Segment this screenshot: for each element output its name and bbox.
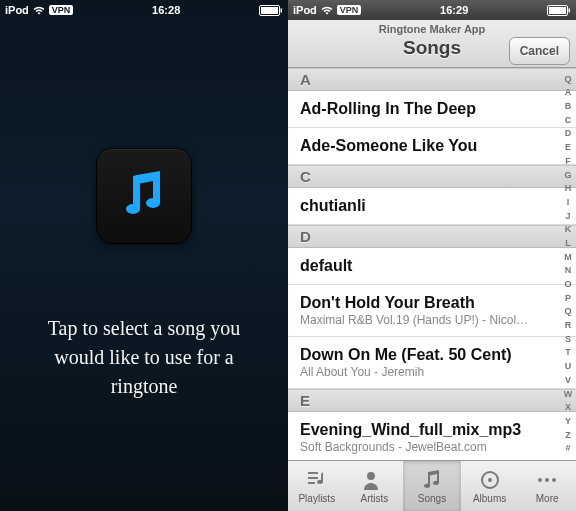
song-title: Ad-Rolling In The Deep [300, 100, 552, 118]
svg-rect-5 [569, 8, 571, 12]
index-letter[interactable]: D [565, 129, 572, 138]
artists-icon [361, 469, 387, 491]
index-letter[interactable]: Q [564, 307, 571, 316]
wifi-icon [33, 6, 45, 15]
title-bar: Ringtone Maker App Songs Cancel [288, 20, 576, 68]
songs-icon [419, 469, 445, 491]
svg-rect-2 [281, 8, 283, 12]
instruction-text: Tap to select a song you would like to u… [0, 314, 288, 401]
song-subtitle: All About You - Jeremih [300, 365, 552, 379]
svg-point-9 [538, 478, 542, 482]
battery-icon [259, 5, 283, 16]
song-title: Don't Hold Your Breath [300, 294, 552, 312]
section-header: E [288, 389, 576, 412]
index-letter[interactable]: P [565, 294, 571, 303]
index-letter[interactable]: G [564, 171, 571, 180]
tab-more[interactable]: More [518, 461, 576, 511]
index-letter[interactable]: X [565, 403, 571, 412]
tab-label: Playlists [298, 493, 335, 504]
status-bar: iPod VPN 16:29 [288, 0, 576, 20]
index-letter[interactable]: R [565, 321, 572, 330]
svg-rect-1 [261, 7, 278, 14]
song-title: default [300, 257, 552, 275]
song-row[interactable]: Ad-Rolling In The Deep [288, 91, 576, 128]
index-letter[interactable]: # [565, 444, 570, 453]
song-subtitle: Soft Backgrounds - JewelBeat.com [300, 440, 552, 454]
index-letter[interactable]: U [565, 362, 572, 371]
index-letter[interactable]: Z [565, 431, 571, 440]
status-bar: iPod VPN 16:28 [0, 0, 288, 20]
svg-point-11 [552, 478, 556, 482]
index-letter[interactable]: I [567, 198, 570, 207]
svg-point-10 [545, 478, 549, 482]
index-letter[interactable]: N [565, 266, 572, 275]
alpha-index[interactable]: QABCDEFGHIJKLMNOPQRSTUVWXYZ# [561, 68, 575, 460]
song-row[interactable]: Evening_Wind_full_mix_mp3Soft Background… [288, 412, 576, 460]
index-letter[interactable]: T [565, 348, 571, 357]
tab-label: Albums [473, 493, 506, 504]
svg-point-6 [367, 472, 375, 480]
song-row[interactable]: chutianli [288, 188, 576, 225]
index-letter[interactable]: H [565, 184, 572, 193]
carrier-label: iPod [5, 4, 29, 16]
intro-screen: iPod VPN 16:28 Tap to select a song you … [0, 0, 288, 511]
music-note-icon [122, 169, 166, 223]
tab-songs[interactable]: Songs [403, 461, 461, 511]
index-letter[interactable]: E [565, 143, 571, 152]
albums-icon [477, 469, 503, 491]
song-row[interactable]: Ade-Someone Like You [288, 128, 576, 165]
section-header: D [288, 225, 576, 248]
cancel-button[interactable]: Cancel [509, 37, 570, 65]
index-letter[interactable]: F [565, 157, 571, 166]
tab-label: Artists [361, 493, 389, 504]
tab-label: More [536, 493, 559, 504]
section-header: C [288, 165, 576, 188]
carrier-label: iPod [293, 4, 317, 16]
battery-icon [547, 5, 571, 16]
song-row[interactable]: default [288, 248, 576, 285]
song-row[interactable]: Down On Me (Feat. 50 Cent)All About You … [288, 337, 576, 389]
section-header: A [288, 68, 576, 91]
index-letter[interactable]: C [565, 116, 572, 125]
index-letter[interactable]: S [565, 335, 571, 344]
index-letter[interactable]: W [564, 390, 573, 399]
vpn-badge: VPN [337, 5, 362, 15]
playlists-icon [304, 469, 330, 491]
song-row[interactable]: Don't Hold Your BreathMaximal R&B Vol.19… [288, 285, 576, 337]
clock: 16:29 [440, 4, 468, 16]
index-letter[interactable]: A [565, 88, 572, 97]
index-letter[interactable]: B [565, 102, 572, 111]
tab-bar: PlaylistsArtistsSongsAlbumsMore [288, 460, 576, 511]
clock: 16:28 [152, 4, 180, 16]
tab-albums[interactable]: Albums [461, 461, 519, 511]
song-title: chutianli [300, 197, 552, 215]
tab-label: Songs [418, 493, 446, 504]
more-icon [534, 469, 560, 491]
index-letter[interactable]: O [564, 280, 571, 289]
song-title: Ade-Someone Like You [300, 137, 552, 155]
tab-artists[interactable]: Artists [346, 461, 404, 511]
song-subtitle: Maximal R&B Vol.19 (Hands UP!) - Nicol… [300, 313, 552, 327]
song-title: Down On Me (Feat. 50 Cent) [300, 346, 552, 364]
index-letter[interactable]: Y [565, 417, 571, 426]
index-letter[interactable]: L [565, 239, 571, 248]
index-letter[interactable]: J [565, 212, 570, 221]
tab-playlists[interactable]: Playlists [288, 461, 346, 511]
app-name: Ringtone Maker App [288, 23, 576, 35]
svg-rect-4 [549, 7, 566, 14]
vpn-badge: VPN [49, 5, 74, 15]
index-letter[interactable]: V [565, 376, 571, 385]
index-letter[interactable]: M [564, 253, 572, 262]
wifi-icon [321, 6, 333, 15]
songs-list[interactable]: AAd-Rolling In The DeepAde-Someone Like … [288, 68, 576, 460]
select-song-button[interactable] [96, 148, 192, 244]
index-letter[interactable]: Q [564, 75, 571, 84]
svg-point-8 [488, 478, 492, 482]
songs-picker-screen: iPod VPN 16:29 Ringtone Maker App Songs … [288, 0, 576, 511]
song-title: Evening_Wind_full_mix_mp3 [300, 421, 552, 439]
index-letter[interactable]: K [565, 225, 572, 234]
